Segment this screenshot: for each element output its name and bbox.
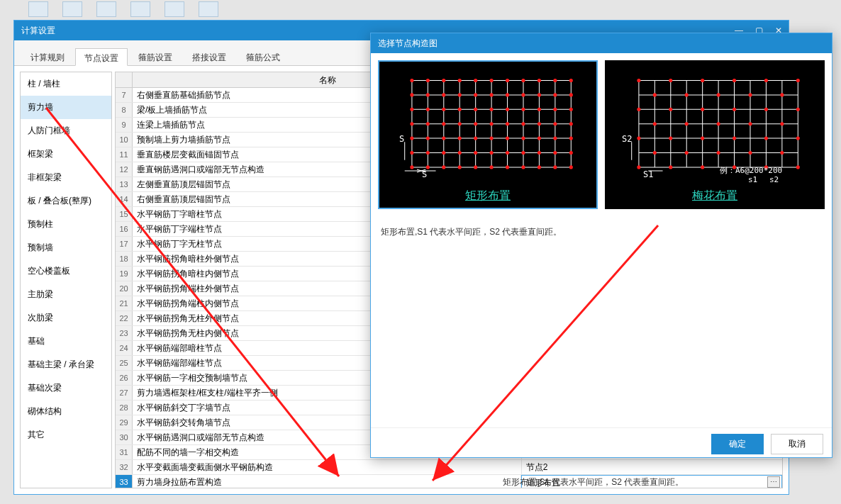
sidebar-item-4[interactable]: 非框架梁 bbox=[21, 166, 111, 189]
svg-point-56 bbox=[490, 122, 494, 125]
svg-point-49 bbox=[553, 108, 557, 111]
svg-point-139 bbox=[669, 137, 672, 140]
grid-row[interactable]: 32水平变截面墙变截面侧水平钢筋构造节点2 bbox=[116, 460, 782, 475]
svg-point-133 bbox=[653, 122, 657, 125]
row-number: 26 bbox=[116, 371, 133, 385]
svg-point-119 bbox=[733, 79, 736, 82]
svg-point-145 bbox=[685, 151, 689, 155]
svg-point-60 bbox=[553, 122, 557, 125]
tab-4[interactable]: 箍筋公式 bbox=[237, 47, 289, 65]
svg-point-76 bbox=[458, 151, 462, 155]
sidebar-item-0[interactable]: 柱 / 墙柱 bbox=[21, 72, 111, 96]
row-number: 17 bbox=[116, 237, 133, 251]
svg-point-19 bbox=[426, 79, 430, 82]
row-number: 12 bbox=[116, 162, 133, 177]
svg-point-45 bbox=[490, 108, 494, 111]
row-number: 15 bbox=[116, 207, 133, 221]
svg-point-67 bbox=[490, 137, 494, 140]
svg-point-47 bbox=[521, 108, 525, 111]
svg-point-77 bbox=[474, 151, 477, 155]
svg-point-124 bbox=[717, 93, 720, 96]
svg-point-127 bbox=[637, 108, 640, 111]
svg-point-24 bbox=[506, 79, 509, 82]
svg-point-62 bbox=[410, 137, 413, 140]
sidebar-item-7[interactable]: 预制墙 bbox=[21, 236, 111, 259]
svg-point-129 bbox=[701, 108, 704, 111]
sidebar-item-14[interactable]: 砌体结构 bbox=[21, 400, 111, 423]
sidebar-item-9[interactable]: 主肋梁 bbox=[21, 283, 111, 306]
svg-point-22 bbox=[474, 79, 477, 82]
svg-point-149 bbox=[637, 165, 640, 169]
svg-point-151 bbox=[701, 165, 704, 169]
svg-point-74 bbox=[426, 151, 430, 155]
tab-1[interactable]: 节点设置 bbox=[75, 48, 128, 66]
svg-point-27 bbox=[553, 79, 557, 82]
svg-point-132 bbox=[796, 108, 800, 111]
modal-title-bar: 选择节点构造图 bbox=[371, 33, 832, 53]
svg-point-91 bbox=[521, 165, 525, 169]
sidebar-item-1[interactable]: 剪力墙 bbox=[21, 96, 111, 119]
sidebar-item-13[interactable]: 基础次梁 bbox=[21, 376, 111, 400]
toolbar-background bbox=[28, 0, 218, 18]
svg-point-144 bbox=[653, 151, 657, 155]
toolbar-icon bbox=[28, 1, 48, 17]
row-number: 22 bbox=[116, 311, 133, 325]
sidebar-item-11[interactable]: 基础 bbox=[21, 330, 111, 353]
svg-point-21 bbox=[458, 79, 462, 82]
svg-point-65 bbox=[458, 137, 462, 140]
modal-title: 选择节点构造图 bbox=[378, 38, 438, 50]
svg-point-72 bbox=[569, 137, 573, 140]
example-text: 例：A6@200*200 bbox=[720, 165, 782, 176]
sidebar-item-12[interactable]: 基础主梁 / 承台梁 bbox=[21, 353, 111, 376]
svg-point-30 bbox=[426, 93, 430, 96]
row-number: 10 bbox=[116, 133, 133, 147]
svg-point-87 bbox=[458, 165, 462, 169]
diagram-label-rectangular: 矩形布置 bbox=[379, 189, 596, 203]
sidebar-item-6[interactable]: 预制柱 bbox=[21, 213, 111, 236]
svg-point-70 bbox=[538, 137, 541, 140]
svg-point-88 bbox=[474, 165, 477, 169]
svg-point-18 bbox=[410, 79, 413, 82]
tab-0[interactable]: 计算规则 bbox=[21, 47, 74, 65]
svg-point-121 bbox=[796, 79, 800, 82]
svg-point-46 bbox=[506, 108, 509, 111]
tab-2[interactable]: 箍筋设置 bbox=[129, 47, 182, 65]
svg-point-89 bbox=[490, 165, 494, 169]
svg-point-63 bbox=[426, 137, 430, 140]
svg-point-146 bbox=[717, 151, 720, 155]
modal-description: 矩形布置,S1 代表水平间距，S2 代表垂直间距。 bbox=[378, 223, 825, 241]
svg-point-137 bbox=[780, 122, 784, 125]
svg-point-82 bbox=[553, 151, 557, 155]
cancel-button[interactable]: 取消 bbox=[771, 434, 823, 454]
s1-label: s1 bbox=[748, 175, 757, 184]
ellipsis-button[interactable]: ⋯ bbox=[767, 476, 780, 488]
ok-button[interactable]: 确定 bbox=[711, 434, 764, 454]
svg-point-48 bbox=[538, 108, 541, 111]
diagram-option-rectangular[interactable]: S S 矩形布置 bbox=[378, 60, 598, 209]
row-value[interactable]: 节点2 bbox=[522, 460, 782, 474]
svg-point-128 bbox=[669, 108, 672, 111]
sidebar-item-2[interactable]: 人防门框墙 bbox=[21, 119, 111, 142]
svg-point-39 bbox=[569, 93, 573, 96]
row-number: 27 bbox=[116, 386, 133, 400]
dim-s2: S2 bbox=[622, 134, 632, 144]
row-number: 30 bbox=[116, 430, 133, 444]
row-number: 29 bbox=[116, 415, 133, 430]
sidebar-item-10[interactable]: 次肋梁 bbox=[21, 306, 111, 330]
sidebar-item-8[interactable]: 空心楼盖板 bbox=[21, 259, 111, 283]
sidebar-item-3[interactable]: 框架梁 bbox=[21, 142, 111, 166]
sidebar-item-15[interactable]: 其它 bbox=[21, 423, 111, 447]
dim-s-horizontal: S bbox=[422, 169, 427, 179]
diagram-label-plum: 梅花布置 bbox=[606, 189, 823, 203]
toolbar-icon bbox=[62, 1, 82, 17]
svg-point-29 bbox=[410, 93, 413, 96]
svg-point-69 bbox=[521, 137, 525, 140]
row-number: 33 bbox=[116, 475, 133, 488]
svg-point-135 bbox=[717, 122, 720, 125]
sidebar-item-5[interactable]: 板 / 叠合板(整厚) bbox=[21, 189, 111, 213]
tab-3[interactable]: 搭接设置 bbox=[183, 47, 235, 65]
diagram-option-plum[interactable]: S2 S1 例：A6@200*200 s1 s2 梅花布置 bbox=[605, 60, 825, 209]
row-number: 23 bbox=[116, 326, 133, 340]
svg-point-120 bbox=[764, 79, 768, 82]
grid-header-num bbox=[116, 72, 133, 87]
